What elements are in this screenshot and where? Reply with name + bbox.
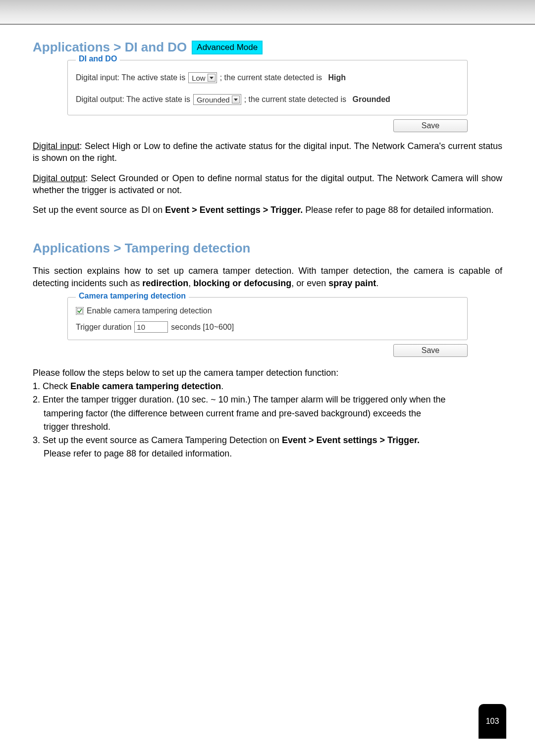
di-active-state-select[interactable]: Low <box>188 72 217 83</box>
advanced-mode-badge: Advanced Mode <box>192 41 263 54</box>
enable-tampering-row: Enable camera tampering detection <box>76 306 459 315</box>
step3-a: 3. Set up the event source as Camera Tam… <box>33 435 282 445</box>
page-number: 103 <box>479 704 506 739</box>
tampering-intro: This section explains how to set up came… <box>33 265 502 289</box>
digital-output-row: Digital output: The active state is Grou… <box>76 94 459 105</box>
steps-intro: Please follow the steps below to set up … <box>33 367 502 379</box>
do-suffix: ; the current state detected is <box>244 95 346 104</box>
di-prefix: Digital input: The active state is <box>76 73 185 82</box>
step-2-line2: tampering factor (the difference between… <box>33 407 502 420</box>
step-3-line2: Please refer to page 88 for detailed inf… <box>33 448 502 460</box>
trigger-duration-suffix: seconds [10~600] <box>171 323 234 332</box>
di-do-fieldset: DI and DO Digital input: The active stat… <box>67 60 468 115</box>
digital-input-term: Digital input <box>33 141 80 151</box>
enable-tampering-label: Enable camera tampering detection <box>87 306 212 315</box>
do-prefix: Digital output: The active state is <box>76 95 190 104</box>
digital-output-desc-text: : Select Grounded or Open to define norm… <box>33 173 502 195</box>
dropdown-arrow-icon <box>208 74 215 82</box>
intro-b: redirection <box>142 278 188 288</box>
di-do-fieldset-title: DI and DO <box>76 54 120 63</box>
note-path: Event > Event settings > Trigger. <box>165 205 303 215</box>
svg-marker-1 <box>234 99 238 101</box>
tampering-fieldset: Camera tampering detection Enable camera… <box>67 297 468 340</box>
intro-c: , <box>188 278 193 288</box>
section-di-do-heading-row: Applications > DI and DO Advanced Mode <box>33 40 502 55</box>
note-prefix: Set up the event source as DI on <box>33 205 165 215</box>
check-icon <box>77 308 83 314</box>
intro-g: . <box>376 278 378 288</box>
save-button-tampering[interactable]: Save <box>393 344 468 357</box>
digital-input-description: Digital input: Select High or Low to def… <box>33 140 502 164</box>
step1-b: Enable camera tampering detection <box>70 381 221 391</box>
digital-output-term: Digital output <box>33 173 85 183</box>
do-current-state: Grounded <box>352 95 390 104</box>
di-suffix: ; the current state detected is <box>220 73 322 82</box>
step-2-line1: 2. Enter the tamper trigger duration. (1… <box>33 394 502 406</box>
di-event-source-note: Set up the event source as DI on Event >… <box>33 204 502 216</box>
page-body: Applications > DI and DO Advanced Mode D… <box>0 40 535 460</box>
digital-output-description: Digital output: Select Grounded or Open … <box>33 172 502 197</box>
step-1: 1. Check Enable camera tampering detecti… <box>33 380 502 393</box>
di-select-value: Low <box>192 74 206 82</box>
digital-input-desc-text: : Select High or Low to define the activ… <box>33 141 502 163</box>
step1-a: 1. Check <box>33 381 70 391</box>
do-active-state-select[interactable]: Grounded <box>193 94 241 105</box>
trigger-duration-input[interactable]: 10 <box>134 321 168 333</box>
intro-e: , or even <box>291 278 328 288</box>
page-header-gradient <box>0 0 535 25</box>
save-button-di-do[interactable]: Save <box>393 119 468 132</box>
tampering-steps: Please follow the steps below to set up … <box>33 367 502 460</box>
dropdown-arrow-icon <box>232 96 240 103</box>
intro-d: blocking or defocusing <box>193 278 291 288</box>
section-tampering-heading: Applications > Tampering detection <box>33 241 502 256</box>
trigger-duration-row: Trigger duration 10 seconds [10~600] <box>76 321 459 333</box>
note-suffix: Please refer to page 88 for detailed inf… <box>303 205 493 215</box>
di-current-state: High <box>328 73 346 82</box>
enable-tampering-checkbox[interactable] <box>76 307 84 315</box>
do-select-value: Grounded <box>197 96 230 104</box>
digital-input-row: Digital input: The active state is Low ;… <box>76 72 459 83</box>
trigger-duration-label: Trigger duration <box>76 323 131 332</box>
step-2-line3: trigger threshold. <box>33 421 502 433</box>
step3-b: Event > Event settings > Trigger. <box>282 435 420 445</box>
step-3-line1: 3. Set up the event source as Camera Tam… <box>33 434 502 447</box>
svg-marker-0 <box>210 77 214 79</box>
section-di-do-heading: Applications > DI and DO <box>33 40 187 55</box>
intro-f: spray paint <box>328 278 376 288</box>
step1-c: . <box>221 381 223 391</box>
tampering-fieldset-title: Camera tampering detection <box>76 292 189 301</box>
